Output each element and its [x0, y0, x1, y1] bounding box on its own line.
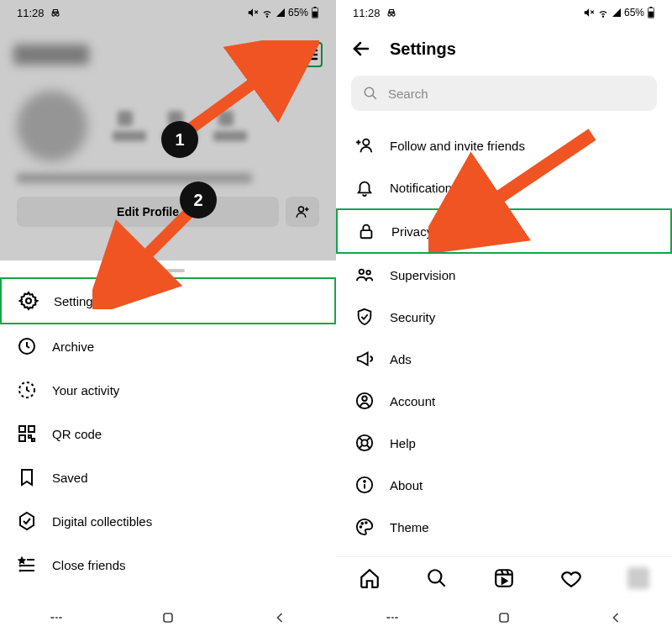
svg-line-58 [367, 438, 370, 441]
svg-point-64 [360, 526, 362, 528]
settings-help[interactable]: Help [336, 422, 672, 464]
page-title: Settings [390, 39, 456, 59]
back-button[interactable] [271, 609, 288, 626]
settings-ads[interactable]: Ads [336, 338, 672, 380]
svg-line-35 [108, 208, 193, 294]
menu-label: Saved [52, 471, 88, 485]
palette-icon [354, 517, 375, 537]
svg-rect-20 [19, 426, 25, 432]
recents-button[interactable] [384, 609, 401, 626]
svg-point-29 [20, 571, 21, 571]
svg-point-17 [26, 298, 31, 303]
bookmark-icon [17, 467, 37, 487]
signal-icon [612, 8, 622, 18]
search-input[interactable]: Search [351, 76, 657, 111]
svg-point-45 [365, 87, 374, 97]
menu-digital-collectibles[interactable]: Digital collectibles [0, 499, 336, 543]
mute-icon [247, 7, 259, 18]
nav-reels[interactable] [493, 567, 515, 589]
svg-line-77 [445, 134, 592, 234]
annotation-arrow-privacy [428, 126, 605, 252]
menu-qr-code[interactable]: QR code [0, 412, 336, 455]
svg-rect-21 [29, 426, 34, 432]
settings-supervision[interactable]: Supervision [336, 254, 672, 296]
svg-line-46 [372, 95, 376, 99]
nav-home[interactable] [359, 567, 381, 589]
menu-close-friends[interactable]: Close friends [0, 543, 336, 587]
home-button[interactable] [160, 609, 176, 626]
svg-rect-42 [650, 7, 653, 8]
s-label: Security [390, 310, 435, 324]
menu-label: Archive [52, 340, 94, 354]
svg-line-68 [439, 581, 445, 587]
nav-search[interactable] [426, 567, 448, 589]
settings-screen: 11:28 65% Settings Search Follow and inv… [336, 0, 672, 637]
search-icon [363, 86, 378, 101]
app-bottom-nav [336, 556, 672, 598]
signal-icon [276, 8, 286, 18]
info-icon [354, 475, 375, 495]
incognito-icon [50, 7, 61, 18]
svg-rect-50 [361, 230, 372, 238]
svg-point-37 [391, 13, 395, 16]
settings-security[interactable]: Security [336, 296, 672, 338]
battery-text: 65% [624, 7, 644, 18]
list-star-icon [17, 555, 37, 575]
menu-your-activity[interactable]: Your activity [0, 368, 336, 412]
svg-rect-69 [496, 570, 512, 587]
account-icon [354, 391, 375, 411]
s-label: Account [390, 394, 435, 408]
svg-point-55 [357, 435, 372, 450]
svg-point-52 [366, 271, 370, 275]
svg-line-60 [367, 445, 370, 449]
activity-icon [17, 380, 37, 400]
svg-point-63 [364, 481, 365, 482]
svg-rect-43 [648, 12, 654, 18]
nav-activity[interactable] [560, 567, 582, 589]
s-label: Help [390, 436, 416, 450]
svg-rect-6 [314, 7, 317, 8]
wifi-icon [597, 7, 609, 18]
incognito-icon [386, 7, 397, 18]
svg-point-47 [363, 140, 369, 145]
svg-point-40 [602, 16, 603, 17]
svg-rect-24 [32, 439, 34, 441]
svg-point-36 [387, 13, 391, 16]
search-placeholder: Search [388, 87, 428, 101]
svg-line-34 [185, 50, 298, 133]
svg-point-65 [361, 523, 363, 524]
settings-account[interactable]: Account [336, 380, 672, 422]
menu-label: Close friends [52, 558, 126, 572]
profile-screen: 11:28 65% [0, 0, 336, 637]
recents-button[interactable] [48, 609, 65, 626]
status-time: 11:28 [353, 7, 381, 19]
svg-line-57 [360, 438, 363, 441]
annotation-step-1: 1 [161, 121, 198, 158]
svg-rect-23 [29, 435, 31, 438]
svg-point-67 [428, 570, 441, 582]
svg-point-0 [51, 13, 54, 16]
nav-profile[interactable] [627, 567, 649, 589]
svg-point-28 [20, 566, 21, 566]
settings-about[interactable]: About [336, 464, 672, 506]
s-label: Supervision [390, 268, 455, 282]
svg-point-4 [266, 16, 267, 17]
back-button[interactable] [607, 609, 624, 626]
gear-icon [18, 291, 39, 311]
status-time: 11:28 [17, 7, 45, 19]
menu-label: Your activity [52, 383, 119, 397]
svg-line-59 [360, 445, 363, 449]
svg-point-1 [55, 13, 59, 16]
lock-icon [356, 221, 376, 241]
menu-saved[interactable]: Saved [0, 455, 336, 499]
svg-point-56 [361, 440, 367, 445]
svg-rect-33 [164, 613, 172, 622]
menu-archive[interactable]: Archive [0, 324, 336, 368]
back-arrow-button[interactable] [351, 39, 371, 59]
menu-label: QR code [52, 427, 102, 441]
settings-theme[interactable]: Theme [336, 506, 672, 548]
svg-point-51 [360, 270, 365, 275]
svg-rect-22 [19, 435, 25, 441]
home-button[interactable] [496, 609, 512, 626]
mute-icon [583, 7, 595, 18]
